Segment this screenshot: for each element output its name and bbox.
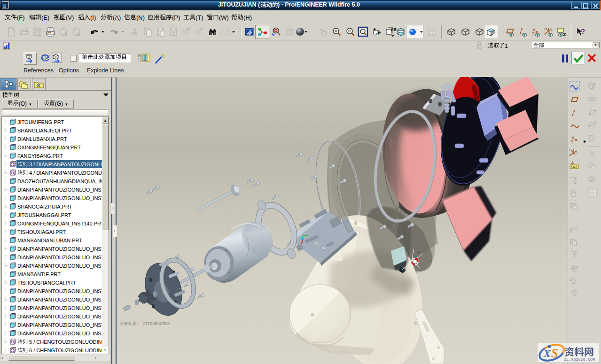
svg-text:S: S xyxy=(551,346,558,360)
svg-text:ZL.XS1616.COM: ZL.XS1616.COM xyxy=(564,357,595,362)
svg-text:y: y xyxy=(544,27,546,31)
svg-text:X: X xyxy=(543,348,551,359)
svg-text:x: x xyxy=(551,29,553,32)
svg-text:z: z xyxy=(407,253,409,257)
svg-text:?: ? xyxy=(581,27,585,35)
svg-text:z: z xyxy=(544,32,546,35)
svg-text:AB: AB xyxy=(390,27,397,32)
svg-text:y: y xyxy=(569,148,571,152)
svg-text:: JITOUBAOZHA: : JITOUBAOZHA xyxy=(137,322,171,326)
svg-text:y: y xyxy=(417,249,419,254)
